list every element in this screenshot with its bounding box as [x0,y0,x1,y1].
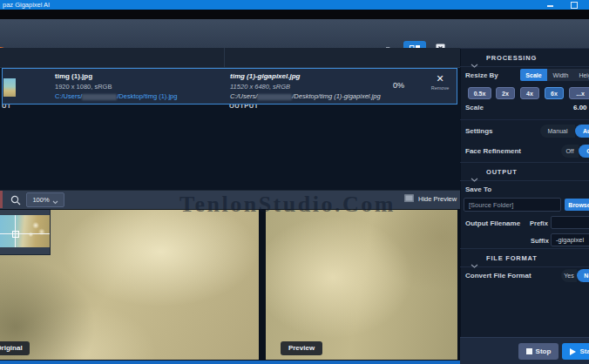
settings-label: Settings [465,127,493,135]
progress-percent: 0% [393,81,404,90]
suffix-input[interactable]: -gigapixel [551,233,589,246]
chevron-down-icon [471,56,478,60]
processing-section-header[interactable]: PROCESSING [460,48,589,67]
hide-preview-icon[interactable] [404,194,414,202]
scale-option-2x[interactable]: 2x [496,87,515,99]
convert-yes-toggle[interactable]: Yes [561,269,577,282]
resize-mode-scale[interactable]: Scale [520,69,547,81]
output-file-info: timg (1)-gigapixel.jpg 11520 x 6480, sRG… [230,72,381,100]
original-badge: Original [0,341,30,355]
scale-label: Scale [465,104,484,111]
zoom-level-dropdown[interactable]: 100% [26,192,64,207]
input-filepath: C:/Users//Desktop/timg (1).jpg [55,92,177,100]
start-button-label: Start [579,347,589,355]
edge-strip [0,191,3,208]
minimize-icon[interactable] [547,5,553,7]
stop-button[interactable]: Stop [518,343,559,360]
remove-file-button[interactable]: ✕ Remove [429,74,451,91]
file-format-section-header[interactable]: FILE FORMAT [460,248,589,267]
watermark-text: TenlonStudio.Com [179,192,396,218]
settings-auto-toggle[interactable]: Auto [575,125,589,138]
file-row[interactable]: timg (1).jpg 1920 x 1080, sRGB C:/Users/… [2,68,457,104]
navigation-thumbnail-image [0,215,50,247]
convert-no-toggle[interactable]: No [577,269,589,282]
resize-mode-height[interactable]: Height [574,69,589,81]
scale-option-custom[interactable]: ...x [569,87,589,99]
magnifier-icon [10,193,21,209]
chevron-down-icon [471,256,478,260]
stop-button-label: Stop [536,347,552,355]
crosshair-horizontal [0,233,50,234]
preview-image-pane[interactable] [266,210,457,360]
output-filename-label: Output Filename [465,219,520,227]
divider [460,119,589,120]
input-filename: timg (1).jpg [55,72,177,80]
resize-by-label: Resize By [465,71,498,79]
suffix-label: Suffix [531,237,549,245]
resize-mode-width[interactable]: Width [547,69,574,81]
output-dimensions: 11520 x 6480, sRGB [230,83,381,91]
title-bar: paz Gigapixel AI [0,0,589,10]
scale-option-6x[interactable]: 6x [545,87,564,99]
stop-icon [526,348,532,354]
output-section-title: OUTPUT [486,168,518,176]
output-filepath: C:/Users//Desktop/timg (1)-gigapixel.jpg [230,92,381,100]
prefix-label: Prefix [530,219,548,227]
source-folder-input[interactable]: [Source Folder] [464,198,561,212]
crosshair-handle[interactable] [12,231,19,238]
play-icon [570,348,576,355]
hide-preview-label[interactable]: Hide Preview [418,195,457,203]
column-divider [224,48,225,67]
close-icon: ✕ [429,74,451,84]
menu-bar: iew Community Help [0,10,589,19]
face-off-toggle[interactable]: Off [561,145,579,158]
output-section-header[interactable]: OUTPUT [460,162,589,181]
browse-button[interactable]: Browse [565,199,589,211]
redacted-username [82,94,117,100]
remove-button-label: Remove [429,85,451,91]
input-dimensions: 1920 x 1080, sRGB [55,83,177,91]
input-file-info: timg (1).jpg 1920 x 1080, sRGB C:/Users/… [55,72,177,100]
app-window: paz Gigapixel AI iew Community Help Giga… [0,0,589,364]
scale-option-4x[interactable]: 4x [520,87,539,99]
start-button[interactable]: Start [562,343,589,360]
face-on-toggle[interactable]: On [579,145,589,158]
header-toolbar: Gigapixel AI v4.4.1 Open Preview Clear A… [0,19,589,49]
face-refinement-label: Face Refinement [465,147,521,155]
bottom-edge-strip [0,361,460,364]
preview-badge: Preview [281,341,322,355]
chevron-down-icon [471,170,478,174]
save-to-label: Save To [465,185,491,193]
redacted-username [257,94,292,100]
file-table-header: UT OUTPUT [0,48,460,68]
window-title: paz Gigapixel AI [3,1,50,9]
scale-value: 6.00 [573,104,589,111]
navigation-thumbnail[interactable] [0,210,51,255]
output-filename: timg (1)-gigapixel.jpg [230,72,381,80]
maximize-icon[interactable] [571,2,578,9]
file-thumbnail [3,78,16,97]
prefix-input[interactable] [551,216,589,229]
convert-file-format-label: Convert File Format [465,272,531,280]
file-format-section-title: FILE FORMAT [486,254,538,262]
chevron-down-icon [52,192,58,208]
scale-option-05x[interactable]: 0.5x [468,87,491,99]
zoom-level-value: 100% [32,196,49,204]
processing-section-title: PROCESSING [486,54,537,62]
settings-manual-toggle[interactable]: Manual [540,125,575,138]
